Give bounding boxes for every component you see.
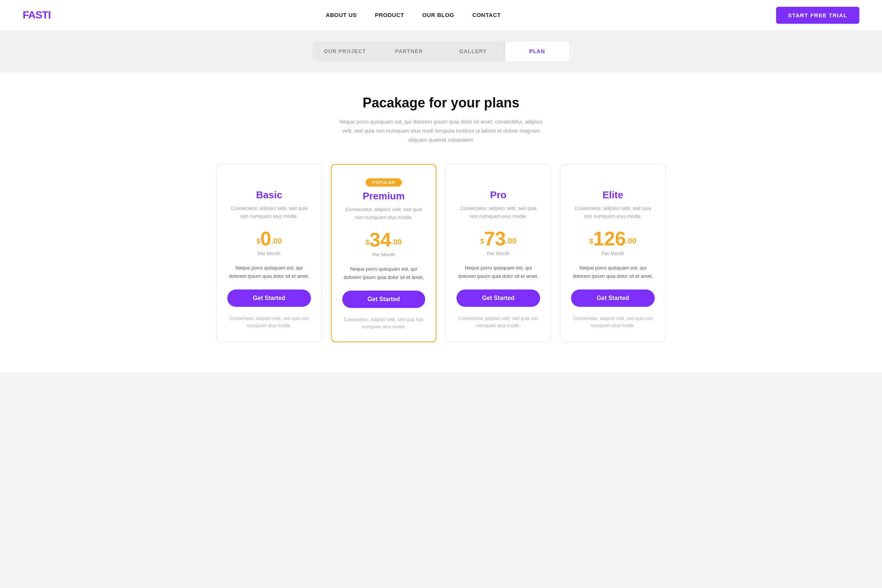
pricing-card-pro: Pro Consectetur, adipisci velit, sed qui… <box>446 164 551 342</box>
price-cents-elite: .00 <box>626 237 636 245</box>
card-name-pro: Pro <box>490 189 506 201</box>
tab-our-project[interactable]: OUR PROJECT <box>313 41 377 61</box>
card-body-premium: Neque porro quisquam est, qui dolorem ip… <box>342 265 425 282</box>
card-name-basic: Basic <box>256 189 282 201</box>
price-dollar-premium: $ <box>366 239 369 247</box>
get-started-pro[interactable]: Get Started <box>456 289 540 307</box>
get-started-basic[interactable]: Get Started <box>227 289 311 307</box>
card-desc-premium: Consectetur, adipisci velit, sed quia no… <box>342 206 425 222</box>
get-started-elite[interactable]: Get Started <box>571 289 655 307</box>
card-footer-basic: Consectetur, adipisci velit, sed quia no… <box>227 315 311 329</box>
card-footer-elite: Consectetur, adipisci velit, sed quia no… <box>571 315 655 329</box>
price-main-basic: 0 <box>260 229 271 248</box>
price-period-basic: Per Month <box>258 251 280 256</box>
card-body-elite: Neque porro quisquam est, qui dolorem ip… <box>571 264 655 280</box>
price-cents-premium: .00 <box>391 238 402 247</box>
price-cents-basic: .00 <box>271 237 282 245</box>
nav-item-blog[interactable]: OUR BLOG <box>422 12 454 18</box>
price-period-pro: Per Month <box>487 251 510 256</box>
price-row-premium: $ 34 .00 <box>366 230 402 250</box>
tab-gallery[interactable]: GALLERY <box>441 41 505 61</box>
logo: FASTI <box>23 9 51 21</box>
price-dollar-pro: $ <box>480 237 484 245</box>
pricing-card-elite: Elite Consectetur, adipisci velit, sed q… <box>560 164 666 342</box>
price-row-elite: $ 126 .00 <box>590 229 637 248</box>
price-period-elite: Per Month <box>602 251 624 256</box>
pricing-card-premium: POPULAR Premium Consectetur, adipisci ve… <box>331 164 436 342</box>
card-desc-pro: Consectetur, adipisci velit, sed quia no… <box>456 205 540 220</box>
nav-links: ABOUT US PRODUCT OUR BLOG CONTACT <box>326 12 501 18</box>
card-body-basic: Neque porro quisquam est, qui dolorem ip… <box>227 264 311 280</box>
section-title: Pacakage for your plans <box>15 95 867 111</box>
section-subtitle: Neque porro quisquam est, qui dolorem ip… <box>335 118 547 144</box>
tab-plan[interactable]: PLAN <box>505 41 569 61</box>
nav-link-blog[interactable]: OUR BLOG <box>422 12 454 18</box>
price-period-premium: Per Month <box>372 252 395 257</box>
main-content: Pacakage for your plans Neque porro quis… <box>0 72 882 372</box>
tabs-section: OUR PROJECT PARTNER GALLERY PLAN <box>0 30 882 72</box>
price-row-pro: $ 73 .00 <box>480 229 516 248</box>
card-desc-basic: Consectetur, adipisci velit, sed quia no… <box>227 205 311 220</box>
get-started-premium[interactable]: Get Started <box>342 291 425 308</box>
price-main-pro: 73 <box>484 229 506 248</box>
tabs-bar: OUR PROJECT PARTNER GALLERY PLAN <box>313 41 569 61</box>
nav-link-contact[interactable]: CONTACT <box>472 12 501 18</box>
card-body-pro: Neque porro quisquam est, qui dolorem ip… <box>456 264 540 280</box>
price-main-elite: 126 <box>593 229 626 248</box>
nav-link-product[interactable]: PRODUCT <box>375 12 404 18</box>
nav-link-about[interactable]: ABOUT US <box>326 12 357 18</box>
price-main-premium: 34 <box>369 230 391 250</box>
tab-partner[interactable]: PARTNER <box>377 41 441 61</box>
price-dollar-elite: $ <box>590 237 593 245</box>
start-free-trial-button[interactable]: START FREE TRIAL <box>776 7 859 24</box>
card-desc-elite: Consectetur, adipisci velit, sed quia no… <box>571 205 655 220</box>
price-row-basic: $ 0 .00 <box>257 229 282 248</box>
nav-item-contact[interactable]: CONTACT <box>472 12 501 18</box>
card-name-premium: Premium <box>363 190 404 202</box>
nav-item-about[interactable]: ABOUT US <box>326 12 357 18</box>
popular-badge: POPULAR <box>366 178 402 187</box>
nav-item-product[interactable]: PRODUCT <box>375 12 404 18</box>
pricing-cards: Basic Consectetur, adipisci velit, sed q… <box>215 164 667 342</box>
card-footer-premium: Consectetur, adipisci velit, sed quia no… <box>342 316 425 331</box>
navbar: FASTI ABOUT US PRODUCT OUR BLOG CONTACT … <box>0 0 882 30</box>
card-name-elite: Elite <box>603 189 623 201</box>
card-footer-pro: Consectetur, adipisci velit, sed quia no… <box>456 315 540 329</box>
price-cents-pro: .00 <box>506 237 516 245</box>
price-dollar-basic: $ <box>257 237 260 245</box>
pricing-card-basic: Basic Consectetur, adipisci velit, sed q… <box>216 164 322 342</box>
